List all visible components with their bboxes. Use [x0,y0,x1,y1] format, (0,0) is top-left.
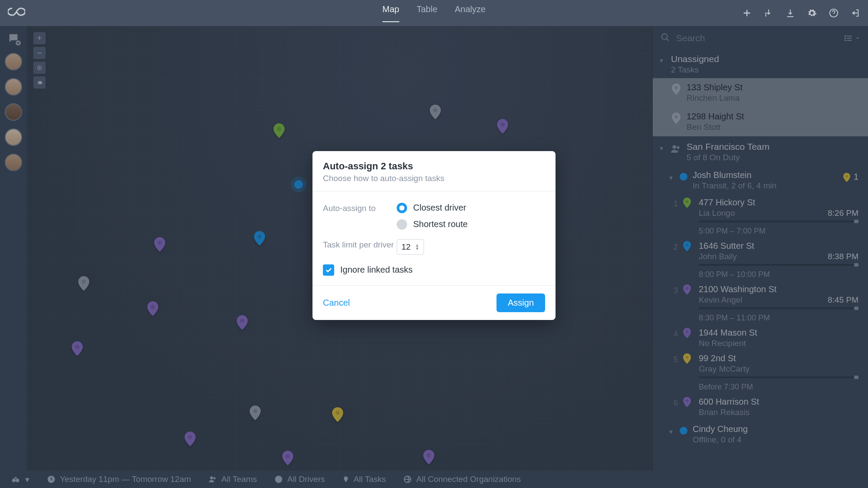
unassigned-section[interactable]: ▾ Unassigned 2 Tasks [653,50,868,78]
svg-point-35 [686,356,689,359]
stop-eta: 8:38 PM [828,252,858,261]
stop-row[interactable]: 5 99 2nd St Gray McCarty Before 7:30 PM [653,351,868,394]
avatar[interactable] [5,154,22,171]
time-bar [699,376,858,378]
task-row[interactable]: 133 Shipley St Rinchen Lama [653,78,868,107]
stop-window: 8:30 PM – 11:00 PM [699,313,858,323]
stop-number: 4 [669,330,678,339]
orgs-filter[interactable]: All Connected Organizations [403,475,521,484]
logout-icon[interactable] [851,8,860,18]
map-pin[interactable] [282,451,293,465]
help-icon[interactable] [829,8,838,18]
map-pin[interactable] [78,276,89,291]
svg-point-8 [158,241,162,245]
driver-row[interactable]: ▾ Cindy Cheung Offline, 0 of 4 [653,420,868,449]
stop-row[interactable]: 3 2100 Washington St Kevin Angel8:45 PM … [653,282,868,325]
import-icon[interactable] [764,8,773,18]
chat-icon[interactable] [7,31,20,45]
svg-point-29 [677,146,680,149]
logo [8,6,25,20]
task-recipient: Ben Stott [687,122,860,132]
task-row[interactable]: 1298 Haight St Ben Stott [653,107,868,136]
avatar[interactable] [5,103,22,121]
stop-row[interactable]: 6 600 Harrison St Brian Rekasis [653,394,868,420]
map-pin[interactable] [273,123,285,138]
add-icon[interactable] [742,8,752,18]
map-pin[interactable] [250,406,261,420]
stop-address: 99 2nd St [699,353,858,363]
radio-closest-driver[interactable]: Closest driver [397,203,468,213]
topbar: Map Table Analyze [0,0,868,26]
task-address: 133 Shipley St [687,82,860,92]
task-panel: ▾ Unassigned 2 Tasks 133 Shipley St Rinc… [652,26,868,471]
stop-row[interactable]: 4 1944 Mason St No Recipient [653,325,868,351]
stop-eta: 8:45 PM [828,295,858,305]
svg-point-4 [277,127,281,131]
teams-filter[interactable]: All Teams [208,475,257,484]
assign-button[interactable]: Assign [496,293,545,312]
svg-point-22 [845,37,846,39]
svg-point-15 [335,411,340,415]
task-recipient: Rinchen Lama [687,93,860,103]
stop-row[interactable]: 2 1646 Sutter St John Baily8:38 PM 8:00 … [653,238,868,282]
map-pin[interactable] [430,105,441,119]
map-pin[interactable] [254,231,265,246]
svg-point-11 [151,305,155,309]
map-pin[interactable] [237,315,248,330]
svg-point-32 [686,244,689,247]
tasks-filter[interactable]: All Tasks [342,475,386,484]
pin-icon [683,353,691,364]
time-bar [699,307,858,309]
stop-row[interactable]: 1 477 Hickory St Lia Longo8:26 PM 5:00 P… [653,195,868,238]
team-icon [670,143,681,156]
map-pin[interactable] [184,432,196,446]
modal-subtitle: Choose how to auto-assign tasks [323,174,545,183]
gear-icon[interactable] [807,8,817,18]
driver-row[interactable]: ▾ Josh Blumstein In Transit, 2 of 6, 4 m… [653,166,868,195]
map-pin[interactable] [332,407,343,422]
avatar[interactable] [5,53,22,70]
stop-number: 3 [669,286,678,295]
cancel-button[interactable]: Cancel [323,298,350,308]
team-section[interactable]: ▾ San Francisco Team 5 of 8 On Duty [653,138,868,166]
task-limit-stepper[interactable]: 12 ▲▼ [397,239,424,255]
download-icon[interactable] [786,8,795,18]
svg-point-20 [845,35,846,36]
svg-rect-25 [847,40,852,41]
radio-shortest-route[interactable]: Shortest route [397,219,468,230]
map-pin[interactable] [423,450,434,465]
tab-analyze[interactable]: Analyze [455,4,486,22]
checkbox-checked-icon [323,264,334,276]
stop-recipient: John Baily [699,252,737,261]
traffic-button[interactable] [33,76,46,89]
drivers-filter[interactable]: All Drivers [274,475,325,484]
tab-map[interactable]: Map [382,4,399,22]
map-pin[interactable] [72,341,83,356]
section-title: Unassigned [671,54,860,64]
stop-window: 5:00 PM – 7:00 PM [699,227,858,236]
svg-point-12 [240,319,244,323]
time-range-filter[interactable]: Yesterday 11pm — Tomorrow 12am [47,475,191,484]
zoom-in-button[interactable]: + [33,32,46,44]
time-range-label: Yesterday 11pm — Tomorrow 12am [60,475,191,484]
binoculars-filter[interactable]: ▾ [10,475,30,485]
avatar[interactable] [5,78,22,96]
ignore-linked-checkbox[interactable]: Ignore linked tasks [323,264,545,276]
tab-table[interactable]: Table [417,4,437,22]
svg-point-18 [427,453,431,458]
map-pin[interactable] [497,119,508,134]
avatar[interactable] [5,129,22,146]
search-input[interactable] [676,33,838,43]
map-pin[interactable] [147,301,158,316]
pin-icon [683,198,691,208]
pin-icon [672,112,681,124]
locate-button[interactable] [33,62,46,74]
stop-recipient: Kevin Angel [699,295,742,305]
svg-point-6 [500,122,505,127]
map-pin[interactable] [154,237,165,252]
zoom-out-button[interactable]: − [33,47,46,59]
list-view-toggle[interactable] [844,34,860,43]
svg-point-24 [845,40,846,41]
stop-window: Before 7:30 PM [699,382,858,392]
pin-icon [683,397,691,407]
